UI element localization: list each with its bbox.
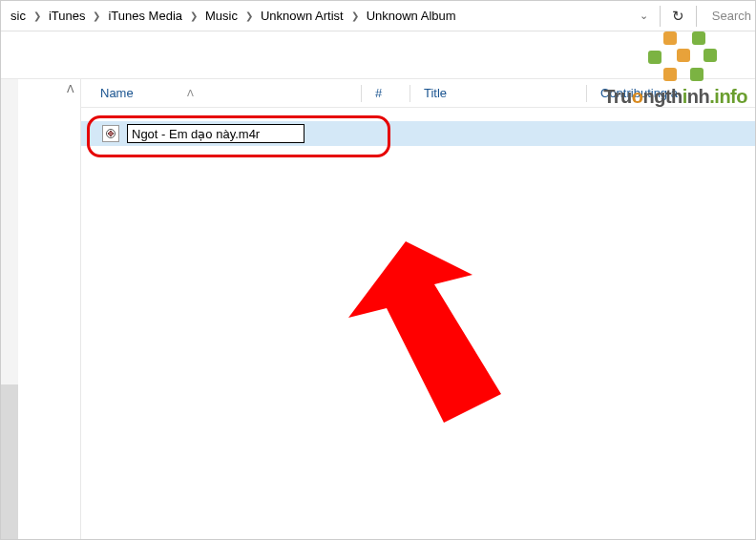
breadcrumb-item[interactable]: Music	[200, 5, 243, 27]
column-header-title[interactable]: Title	[424, 86, 586, 100]
breadcrumb-item[interactable]: iTunes	[43, 5, 92, 27]
breadcrumb: sic ❯ iTunes ❯ iTunes Media ❯ Music ❯ Un…	[1, 1, 755, 31]
rename-input[interactable]	[127, 124, 304, 143]
nav-gutter	[1, 79, 18, 539]
breadcrumb-item[interactable]: sic	[5, 5, 32, 27]
column-header-name[interactable]: Name ᐱ	[100, 86, 361, 100]
chevron-right-icon[interactable]: ❯	[32, 10, 43, 21]
chevron-down-icon[interactable]: ⌄	[630, 10, 658, 22]
scroll-column: ᐱ	[18, 79, 81, 539]
column-header-num[interactable]: #	[375, 86, 410, 100]
breadcrumb-item[interactable]: Unknown Artist	[255, 5, 349, 27]
nav-gutter-top	[1, 79, 18, 384]
chevron-right-icon[interactable]: ❯	[243, 10, 255, 21]
column-divider[interactable]	[410, 85, 410, 102]
column-label: Name	[100, 86, 134, 100]
sort-indicator-icon: ᐱ	[187, 88, 194, 98]
nav-gutter-bottom	[1, 384, 18, 539]
scroll-up-icon[interactable]: ᐱ	[67, 83, 74, 95]
column-divider[interactable]	[586, 85, 587, 102]
main-area: ᐱ Name ᐱ # Title Contributing a	[1, 79, 755, 539]
column-header-contributing[interactable]: Contributing a	[600, 86, 755, 100]
column-headers: Name ᐱ # Title Contributing a	[81, 79, 755, 108]
chevron-right-icon[interactable]: ❯	[349, 10, 361, 21]
refresh-icon[interactable]: ↻	[662, 4, 694, 29]
divider	[696, 6, 697, 27]
column-divider[interactable]	[361, 85, 362, 102]
audio-file-icon	[102, 125, 119, 142]
search-label[interactable]: Search	[699, 9, 751, 23]
annotation-arrow-icon	[339, 232, 511, 432]
file-list: Name ᐱ # Title Contributing a	[81, 79, 755, 539]
chevron-right-icon[interactable]: ❯	[188, 10, 200, 21]
chevron-right-icon[interactable]: ❯	[91, 10, 102, 21]
file-row[interactable]	[81, 121, 755, 146]
breadcrumb-item[interactable]: Unknown Album	[361, 5, 462, 27]
breadcrumb-item[interactable]: iTunes Media	[102, 5, 188, 27]
svg-marker-0	[348, 241, 501, 423]
toolbar-area	[1, 31, 755, 79]
divider	[660, 6, 661, 27]
